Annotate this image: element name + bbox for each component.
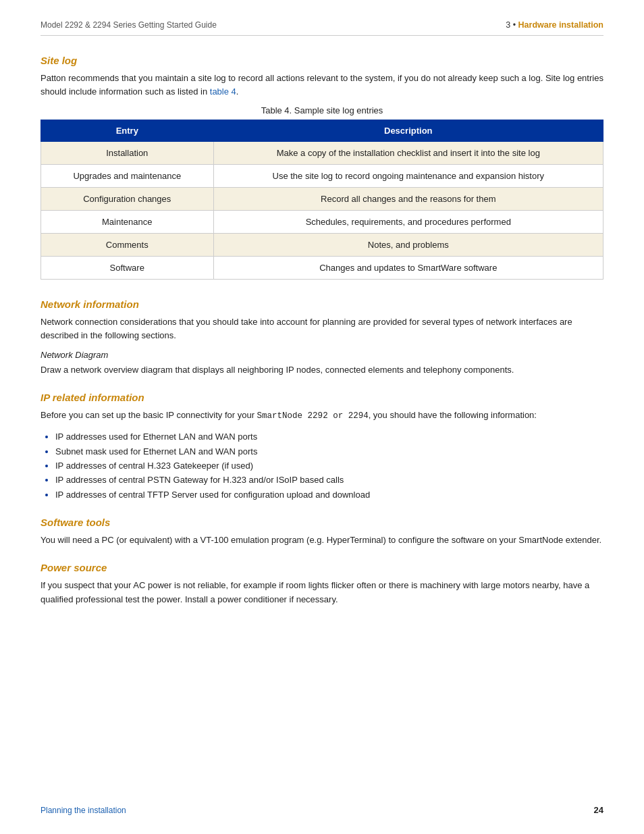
network-diagram-body: Draw a network overview diagram that dis… [41,363,603,377]
footer-section-title: Planning the installation [41,806,126,815]
software-tools-body: You will need a PC (or equivalent) with … [41,533,603,547]
list-item: IP addresses of central TFTP Server used… [55,488,603,502]
site-log-table: Entry Description InstallationMake a cop… [41,120,603,280]
site-log-title: Site log [41,55,603,66]
ip-related-body: Before you can set up the basic IP conne… [41,409,603,423]
description-cell: Changes and updates to SmartWare softwar… [213,257,603,280]
list-item: Subnet mask used for Ethernet LAN and WA… [55,444,603,459]
entry-cell: Installation [41,142,214,165]
footer-page-number: 24 [594,805,603,815]
page-header: Model 2292 & 2294 Series Getting Started… [41,20,603,36]
entry-cell: Configuration changes [41,188,214,211]
description-cell: Notes, and problems [213,234,603,257]
table-row: CommentsNotes, and problems [41,234,603,257]
ip-related-bullets: IP addresses used for Ethernet LAN and W… [55,429,603,502]
header-chapter-num: 3 • [506,20,518,30]
table4-link[interactable]: table 4 [210,86,236,97]
header-chapter: 3 • Hardware installation [506,20,603,30]
network-information-section: Network information Network connection c… [41,298,603,376]
list-item: IP addresses used for Ethernet LAN and W… [55,429,603,444]
table-caption: Table 4. Sample site log entries [41,105,603,115]
software-tools-section: Software tools You will need a PC (or eq… [41,517,603,547]
power-source-section: Power source If you suspect that your AC… [41,562,603,606]
table-row: MaintenanceSchedules, requirements, and … [41,211,603,234]
description-cell: Schedules, requirements, and procedures … [213,211,603,234]
site-log-section: Site log Patton recommends that you main… [41,55,603,280]
list-item: IP addresses of central PSTN Gateway for… [55,473,603,487]
list-item: IP addresses of central H.323 Gatekeeper… [55,459,603,473]
site-log-intro: Patton recommends that you maintain a si… [41,72,603,99]
power-source-title: Power source [41,562,603,573]
table-row: Configuration changesRecord all changes … [41,188,603,211]
table-row: Upgrades and maintenanceUse the site log… [41,165,603,188]
software-tools-title: Software tools [41,517,603,528]
power-source-body: If you suspect that your AC power is not… [41,579,603,606]
entry-cell: Comments [41,234,214,257]
network-diagram-title: Network Diagram [41,350,603,360]
ip-related-section: IP related information Before you can se… [41,392,603,502]
col-entry: Entry [41,120,214,142]
table-row: InstallationMake a copy of the installat… [41,142,603,165]
description-cell: Record all changes and the reasons for t… [213,188,603,211]
network-information-body: Network connection considerations that y… [41,315,603,342]
entry-cell: Upgrades and maintenance [41,165,214,188]
entry-cell: Maintenance [41,211,214,234]
description-cell: Use the site log to record ongoing maint… [213,165,603,188]
page-footer: Planning the installation 24 [41,805,603,815]
entry-cell: Software [41,257,214,280]
col-description: Description [213,120,603,142]
header-guide-title: Model 2292 & 2294 Series Getting Started… [41,20,217,30]
page: Model 2292 & 2294 Series Getting Started… [0,0,644,834]
table-row: SoftwareChanges and updates to SmartWare… [41,257,603,280]
description-cell: Make a copy of the installation checklis… [213,142,603,165]
ip-related-title: IP related information [41,392,603,403]
network-information-title: Network information [41,298,603,310]
table-header-row: Entry Description [41,120,603,142]
